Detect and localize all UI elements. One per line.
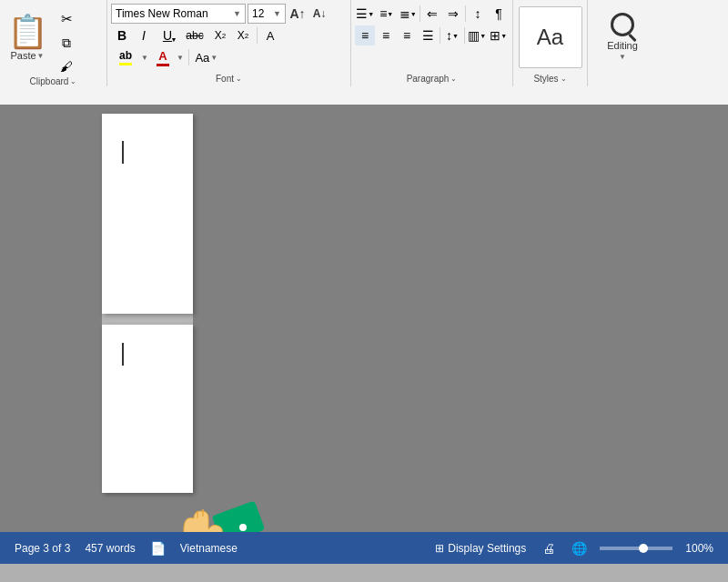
font-size-dropdown-icon: ▼	[273, 9, 281, 18]
styles-icon: Aa	[537, 25, 563, 50]
clipboard-expand-icon: ⌄	[70, 77, 76, 85]
font-content: Times New Roman ▼ 12 ▼ A↑ A↓ B I U	[111, 4, 347, 70]
zoom-level[interactable]: 100%	[678, 542, 721, 555]
ribbon-controls: 📋 Paste ▼ ✂ ⧉ 🖌	[0, 0, 728, 105]
styles-expand-icon: ⌄	[561, 75, 567, 83]
cut-button[interactable]: ✂	[55, 9, 78, 29]
proofread-icon[interactable]: 📄	[143, 532, 173, 564]
font-color-dropdown-icon: ▼	[177, 54, 184, 62]
display-settings[interactable]: ⊞ Display Settings	[428, 542, 533, 555]
copy-button[interactable]: ⧉	[55, 33, 78, 53]
clipboard-group: 📋 Paste ▼ ✂ ⧉ 🖌	[0, 0, 107, 86]
font-size-selector[interactable]: 12 ▼	[248, 4, 286, 24]
word-count-text: 457 words	[85, 542, 135, 555]
paragraph-label[interactable]: Paragraph ⌄	[355, 70, 509, 86]
editing-dropdown-icon: ▼	[619, 53, 626, 61]
page-bottom[interactable]	[102, 325, 193, 493]
borders-button[interactable]: ⊞▼	[489, 25, 509, 45]
zoom-slider[interactable]	[600, 547, 672, 550]
language[interactable]: Vietnamese	[173, 532, 245, 564]
copy-icon: ⧉	[62, 35, 71, 51]
ribbon: 📋 Paste ▼ ✂ ⧉ 🖌	[0, 0, 728, 105]
font-color-button[interactable]: A	[150, 47, 176, 67]
justify-button[interactable]: ☰	[418, 25, 438, 45]
align-center-button[interactable]: ≡	[376, 25, 396, 45]
editing-group: Editing ▼ Editing	[588, 0, 657, 86]
display-settings-text: Display Settings	[448, 542, 526, 555]
numbering-button[interactable]: ≡▼	[376, 4, 396, 24]
styles-group: Aa Styles ⌄	[513, 0, 588, 86]
view-print-button[interactable]: 🖨	[535, 541, 562, 556]
sort-button[interactable]: ↕	[468, 4, 488, 24]
status-right: ⊞ Display Settings 🖨 🌐 100%	[428, 541, 721, 556]
page-top[interactable]	[102, 114, 193, 314]
case-dropdown-icon: ▼	[210, 54, 217, 62]
paste-button[interactable]: 📋 Paste ▼	[4, 4, 51, 69]
paste-dropdown-icon: ▼	[37, 52, 45, 60]
underline-dropdown-icon: ▼	[171, 36, 177, 43]
hand-cursor-svg	[177, 491, 268, 532]
hand-cursor	[177, 491, 268, 532]
change-case-button[interactable]: Aa ▼	[192, 47, 221, 67]
italic-button[interactable]: I	[134, 25, 154, 45]
show-para-button[interactable]: ¶	[489, 4, 509, 24]
para-sep2	[465, 5, 466, 22]
format-painter-button[interactable]: 🖌	[55, 56, 78, 76]
text-highlight-button[interactable]: ab	[111, 47, 140, 67]
format-painter-icon: 🖌	[60, 59, 73, 74]
page-info-text: Page 3 of 3	[15, 542, 70, 555]
superscript-button[interactable]: X2	[232, 25, 254, 45]
text-cursor-bottom	[122, 343, 124, 366]
bullets-button[interactable]: ☰▼	[355, 4, 375, 24]
highlight-dropdown-icon: ▼	[141, 54, 148, 62]
display-settings-icon: ⊞	[435, 542, 444, 555]
editing-label: Editing	[607, 40, 638, 51]
line-spacing-button[interactable]: ↕▼	[442, 25, 462, 45]
font-label[interactable]: Font ⌄	[111, 70, 347, 86]
para-sep4	[464, 27, 465, 44]
print-view-icon: 🖨	[542, 541, 555, 556]
para-sep1	[420, 5, 420, 22]
search-icon	[611, 13, 634, 36]
svg-point-1	[239, 524, 247, 531]
decrease-indent-button[interactable]: ⇐	[422, 4, 442, 24]
font-name-selector[interactable]: Times New Roman ▼	[111, 4, 246, 24]
increase-indent-button[interactable]: ⇒	[443, 4, 463, 24]
proofread-icon-symbol: 📄	[150, 541, 166, 556]
paragraph-expand-icon: ⌄	[450, 75, 457, 83]
editing-button[interactable]: Editing ▼	[592, 6, 652, 68]
styles-content: Aa	[517, 4, 583, 70]
font-expand-icon: ⌄	[236, 75, 242, 83]
shading-button[interactable]: ▥▼	[467, 25, 487, 45]
text-cursor-top	[122, 141, 124, 164]
clipboard-content: 📋 Paste ▼ ✂ ⧉ 🖌	[4, 4, 103, 76]
paste-icon: 📋	[7, 15, 48, 48]
align-left-button[interactable]: ≡	[355, 25, 375, 45]
align-right-button[interactable]: ≡	[397, 25, 417, 45]
subscript-button[interactable]: X2	[209, 25, 231, 45]
page-wrapper	[102, 114, 193, 523]
clipboard-label[interactable]: Clipboard ⌄	[4, 76, 103, 86]
paste-label: Paste	[10, 50, 35, 61]
language-text: Vietnamese	[180, 542, 238, 555]
bold-button[interactable]: B	[111, 25, 133, 45]
para-sep3	[440, 27, 440, 44]
separator2	[188, 49, 189, 65]
cut-icon: ✂	[61, 11, 73, 27]
paragraph-group: ☰▼ ≡▼ ≣▼ ⇐ ⇒ ↕ ¶ ≡	[351, 0, 513, 86]
multilevel-button[interactable]: ≣▼	[398, 4, 418, 24]
shrink-font-button[interactable]: A↓	[309, 4, 329, 24]
page-info[interactable]: Page 3 of 3	[7, 532, 77, 564]
clear-format-button[interactable]: A	[260, 25, 280, 45]
styles-button[interactable]: Aa	[519, 6, 582, 68]
document-area	[0, 105, 728, 532]
underline-button[interactable]: U ▼	[155, 25, 180, 45]
grow-font-button[interactable]: A↑	[288, 4, 308, 24]
page-divider	[102, 314, 193, 325]
strikethrough-button[interactable]: abc	[181, 25, 208, 45]
font-group: Times New Roman ▼ 12 ▼ A↑ A↓ B I U	[107, 0, 351, 86]
styles-label[interactable]: Styles ⌄	[517, 70, 583, 86]
zoom-level-text: 100%	[685, 542, 713, 555]
word-count[interactable]: 457 words	[77, 532, 142, 564]
view-web-button[interactable]: 🌐	[564, 541, 594, 556]
